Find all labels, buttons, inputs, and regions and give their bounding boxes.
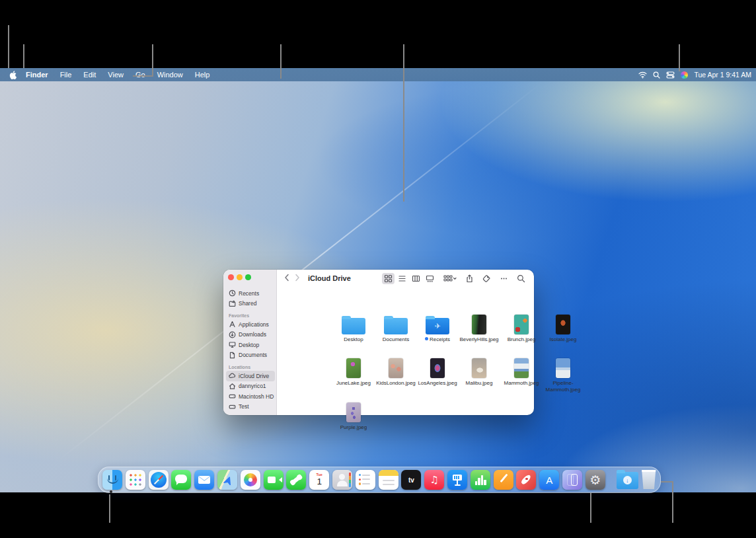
icon-art — [383, 480, 395, 481]
downloads-folder-dock-icon[interactable]: ↓ — [617, 470, 638, 490]
sidebar-item-desktop[interactable]: Desktop — [226, 340, 275, 350]
messages-dock-icon[interactable] — [171, 470, 191, 490]
file-documents-folder[interactable]: Documents — [375, 311, 416, 343]
callout-apple-menu — [8, 25, 9, 68]
sidebar-label: Recents — [239, 290, 259, 297]
icon-art — [107, 477, 118, 484]
sidebar-item-home[interactable]: dannyrico1 — [226, 381, 275, 392]
phone-dock-icon[interactable] — [286, 470, 306, 490]
sidebar-item-icloud-drive[interactable]: iCloud Drive — [226, 371, 275, 381]
trash-dock-icon[interactable] — [641, 470, 658, 490]
sidebar-label: Documents — [239, 352, 267, 358]
sidebar-item-downloads[interactable]: Downloads — [226, 330, 275, 340]
pages-dock-icon[interactable] — [494, 470, 513, 490]
cloud-icon — [229, 372, 236, 379]
music-dock-icon[interactable]: ♫ — [424, 470, 444, 490]
keynote-dock-icon[interactable] — [447, 470, 467, 490]
file-junelake[interactable]: JuneLake.jpeg — [333, 354, 374, 387]
file-pipeline-mammoth[interactable]: Pipeline-Mammoth.jpeg — [543, 354, 584, 393]
trash-can-icon — [641, 470, 657, 489]
menu-item-go[interactable]: Go — [130, 69, 151, 80]
sidebar-label: Desktop — [239, 342, 259, 348]
zoom-button[interactable] — [245, 274, 251, 280]
rocket-dock-icon[interactable] — [516, 470, 536, 490]
file-receipts-folder[interactable]: ✈ Receipts — [417, 311, 458, 343]
image-thumbnail — [514, 315, 529, 334]
more-options-button[interactable] — [498, 273, 510, 284]
finder-dock-icon[interactable] — [102, 470, 122, 490]
menu-item-window[interactable]: Window — [151, 69, 189, 80]
photos-dock-icon[interactable] — [241, 470, 260, 490]
menu-item-help[interactable]: Help — [189, 69, 216, 80]
sidebar-item-macintosh-hd[interactable]: Macintosh HD — [226, 391, 275, 402]
minimize-button[interactable] — [237, 274, 243, 280]
file-losangeles[interactable]: LosAngeles.jpeg — [417, 354, 458, 387]
forward-button[interactable] — [295, 272, 300, 284]
callout-system-settings — [590, 493, 591, 523]
sidebar-label: Downloads — [239, 331, 266, 338]
sidebar-item-shared[interactable]: Shared — [226, 299, 275, 309]
shared-folder-icon — [229, 300, 236, 307]
siri-icon[interactable] — [681, 71, 688, 79]
launchpad-dock-icon[interactable] — [126, 470, 145, 490]
spotlight-search-icon[interactable] — [653, 71, 660, 79]
mail-dock-icon[interactable] — [194, 470, 214, 490]
file-brunch[interactable]: Brunch.jpeg — [501, 311, 542, 343]
file-isolate[interactable]: Isolate.jpeg — [543, 311, 584, 343]
maps-dock-icon[interactable] — [217, 470, 237, 490]
icon-art — [337, 480, 348, 486]
sidebar-item-test[interactable]: Test — [226, 402, 275, 412]
menu-item-view[interactable]: View — [102, 69, 130, 80]
control-center-icon[interactable] — [666, 71, 675, 79]
group-by-button[interactable] — [441, 273, 459, 284]
sidebar-item-recents[interactable]: Recents — [226, 288, 275, 299]
icon-view-button[interactable] — [382, 273, 395, 284]
file-name: BeverlyHills.jpeg — [459, 336, 500, 343]
file-kidslondon[interactable]: KidsLondon.jpeg — [375, 354, 416, 387]
share-button[interactable] — [463, 273, 476, 284]
calendar-dock-icon[interactable]: Tue 1 — [309, 470, 329, 490]
sidebar-item-applications[interactable]: Applications — [226, 319, 275, 330]
image-thumbnail — [556, 358, 570, 378]
system-settings-dock-icon[interactable]: ⚙ — [586, 470, 605, 490]
icon-art — [268, 477, 276, 483]
menu-item-file[interactable]: File — [54, 69, 78, 80]
toolbar-actions — [382, 273, 534, 284]
file-malibu[interactable]: Malibu.jpeg — [459, 354, 500, 387]
file-desktop-folder[interactable]: Desktop — [333, 311, 374, 343]
gallery-view-button[interactable] — [424, 273, 436, 284]
app-store-dock-icon[interactable]: A — [539, 470, 559, 490]
sidebar-item-documents[interactable]: Documents — [226, 350, 275, 361]
search-button[interactable] — [515, 273, 527, 284]
file-grid: Desktop Documents ✈ Receipts BeverlyHill… — [277, 287, 534, 415]
icon-art — [339, 474, 345, 480]
file-purple[interactable]: Purple.jpeg — [333, 399, 374, 431]
iphone-mirroring-dock-icon[interactable] — [562, 470, 582, 490]
reminders-dock-icon[interactable] — [356, 470, 375, 490]
numbers-dock-icon[interactable] — [471, 470, 490, 490]
safari-dock-icon[interactable] — [149, 470, 169, 490]
icon-art — [248, 478, 252, 482]
file-mammoth[interactable]: Mammoth.jpeg — [501, 354, 542, 387]
file-name: Mammoth.jpeg — [501, 380, 542, 387]
back-button[interactable] — [284, 272, 289, 284]
menu-bar-clock[interactable]: Tue Apr 1 9:41 AM — [694, 71, 751, 79]
file-name: Desktop — [333, 336, 374, 343]
wifi-icon[interactable] — [638, 71, 647, 79]
apple-menu[interactable] — [5, 71, 20, 79]
column-view-button[interactable] — [410, 273, 422, 284]
file-beverlyhills[interactable]: BeverlyHills.jpeg — [459, 311, 500, 343]
callout-help-menu-horizontal — [133, 75, 153, 77]
tags-button[interactable] — [480, 273, 493, 284]
close-button[interactable] — [228, 274, 234, 280]
menu-item-finder[interactable]: Finder — [20, 69, 54, 80]
notes-dock-icon[interactable] — [379, 470, 398, 490]
sidebar-label: Macintosh HD — [239, 393, 274, 400]
facetime-dock-icon[interactable] — [264, 470, 284, 490]
tv-dock-icon[interactable]: tv — [401, 470, 421, 490]
icon-art — [359, 482, 372, 484]
menu-item-edit[interactable]: Edit — [77, 69, 102, 80]
contacts-dock-icon[interactable] — [332, 470, 352, 490]
applications-icon — [229, 321, 236, 328]
list-view-button[interactable] — [396, 273, 408, 284]
